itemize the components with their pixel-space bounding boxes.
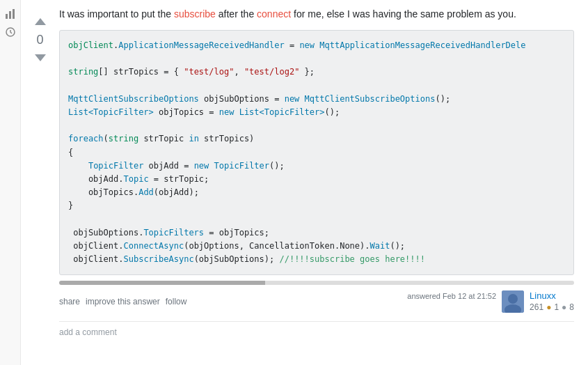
answer-meta: answered Feb 12 at 21:52 xyxy=(407,290,496,301)
svg-rect-2 xyxy=(13,9,15,19)
user-info: Linuxx 261 ● 1 ● 8 xyxy=(530,290,574,312)
left-sidebar xyxy=(0,0,21,365)
user-avatar[interactable] xyxy=(502,290,524,313)
gold-badge-icon: ● xyxy=(546,302,551,312)
upvote-button[interactable] xyxy=(28,14,53,31)
downvote-button[interactable] xyxy=(28,49,53,65)
answer-text: It was important to put the subscribe af… xyxy=(59,7,574,22)
code-scrollbar[interactable] xyxy=(59,281,574,285)
svg-point-5 xyxy=(508,294,518,304)
vote-column: 0 xyxy=(21,7,59,358)
svg-rect-0 xyxy=(6,14,8,19)
action-bar: share improve this answer follow answere… xyxy=(59,290,574,313)
svg-rect-1 xyxy=(9,11,11,19)
vote-count: 0 xyxy=(36,33,43,46)
user-rep: 261 ● 1 ● 8 xyxy=(530,302,574,312)
improve-answer-link[interactable]: improve this answer xyxy=(86,297,160,306)
action-links: share improve this answer follow xyxy=(59,297,186,306)
user-name[interactable]: Linuxx xyxy=(530,290,574,301)
user-card: answered Feb 12 at 21:52 Linuxx 261 xyxy=(407,290,574,313)
silver-badge-icon: ● xyxy=(562,302,566,312)
history-icon[interactable] xyxy=(3,25,17,39)
answered-label: answered Feb 12 at 21:52 xyxy=(407,292,496,300)
follow-link[interactable]: follow xyxy=(166,297,187,306)
share-link[interactable]: share xyxy=(59,297,80,306)
main-content: 0 It was important to put the subscribe … xyxy=(21,0,588,365)
bar-chart-icon[interactable] xyxy=(3,7,17,21)
code-block: objClient.ApplicationMessageReceivedHand… xyxy=(59,30,574,275)
answer-body: It was important to put the subscribe af… xyxy=(59,7,588,358)
add-comment-link[interactable]: add a comment xyxy=(59,321,574,337)
